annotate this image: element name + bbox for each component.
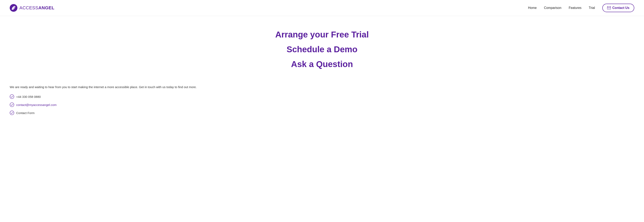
svg-point-3 [10,103,14,107]
contact-form-item: Contact Form [10,111,634,115]
main-nav: Home Comparison Features Trial Contact U… [528,4,634,12]
nav-item-comparison[interactable]: Comparison [544,6,562,10]
contact-us-button[interactable]: Contact Us [602,4,634,12]
contact-us-label: Contact Us [612,6,630,10]
contact-form-label: Contact Form [16,111,34,115]
svg-point-2 [10,95,14,99]
logo-link[interactable]: ACCESSANGEL [10,4,54,12]
logo-text: ACCESSANGEL [20,5,54,11]
site-header: ACCESSANGEL Home Comparison Features Tri… [0,0,644,16]
contact-email-item: contact@myaccessangel.com [10,103,634,107]
check-circle-icon-form [10,111,14,115]
contact-section: We are ready and waiting to hear from yo… [10,85,634,115]
check-circle-icon-phone [10,94,14,99]
hero-link-free-trial[interactable]: Arrange your Free Trial [10,28,634,41]
nav-item-features[interactable]: Features [569,6,582,10]
hero-link-ask-question[interactable]: Ask a Question [10,58,634,71]
logo-icon [10,4,18,12]
envelope-icon [607,7,611,9]
contact-phone-item: +44 330 058 0880 [10,94,634,99]
nav-item-trial[interactable]: Trial [589,6,595,10]
contact-description: We are ready and waiting to hear from yo… [10,85,634,90]
svg-point-4 [10,111,14,115]
hero-links-section: Arrange your Free Trial Schedule a Demo … [10,28,634,71]
hero-link-schedule-demo[interactable]: Schedule a Demo [10,43,634,56]
nav-item-home[interactable]: Home [528,6,537,10]
phone-number: +44 330 058 0880 [16,95,41,98]
check-circle-icon-email [10,103,14,107]
main-content: Arrange your Free Trial Schedule a Demo … [0,16,644,127]
email-link[interactable]: contact@myaccessangel.com [16,103,56,107]
